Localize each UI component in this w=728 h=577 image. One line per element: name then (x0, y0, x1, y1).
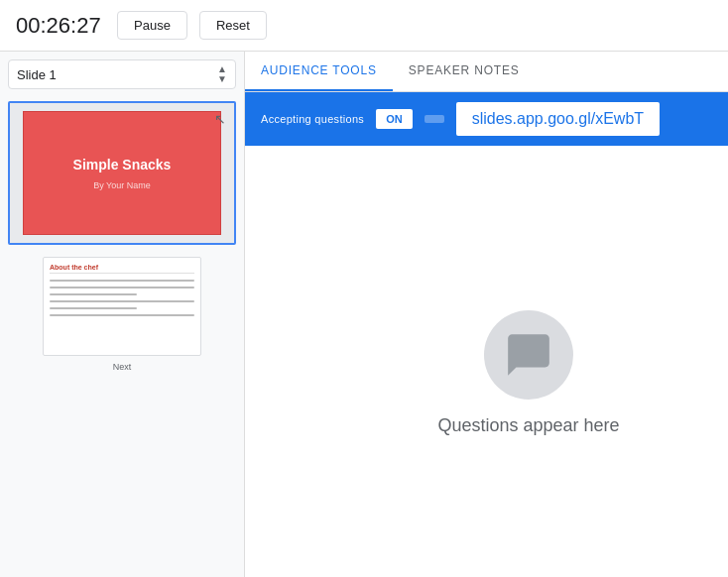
next-slide-preview[interactable]: About the chef (43, 257, 201, 356)
toggle-on-button[interactable]: ON (376, 109, 413, 129)
accepting-label: Accepting questions (261, 113, 364, 125)
slide-selector[interactable]: Slide 1 ▲ ▼ (8, 59, 236, 89)
left-panel: Slide 1 ▲ ▼ Simple Snacks By Your Name ↖ (0, 52, 245, 577)
arrow-area: ↑ (245, 146, 728, 170)
questions-content: Questions appear here (245, 170, 728, 577)
main-layout: Slide 1 ▲ ▼ Simple Snacks By Your Name ↖ (0, 52, 728, 577)
next-slide-label: Next (113, 362, 132, 372)
slide-title: Simple Snacks (73, 157, 172, 173)
slides-area: Simple Snacks By Your Name ↖ About the c… (8, 97, 236, 569)
next-slide-wrapper: About the chef Next (43, 257, 201, 372)
timer-display: 00:26:27 (16, 13, 105, 39)
chat-icon-circle (484, 310, 573, 400)
tab-speaker-notes[interactable]: SPEAKER NOTES (393, 52, 536, 91)
audience-url[interactable]: slides.app.goo.gl/xEwbT (456, 102, 660, 136)
line-3 (50, 293, 137, 295)
current-slide-content: Simple Snacks By Your Name (23, 111, 221, 235)
line-4 (50, 300, 194, 302)
next-slide-header: About the chef (50, 264, 194, 274)
reset-button[interactable]: Reset (199, 11, 267, 40)
cursor-arrow-icon: ↖ (214, 111, 226, 127)
line-2 (50, 287, 194, 288)
right-panel: AUDIENCE TOOLS SPEAKER NOTES Accepting q… (245, 52, 728, 577)
next-slide-content: About the chef (44, 258, 200, 355)
slide-selector-label: Slide 1 (17, 67, 57, 82)
chat-icon (504, 330, 553, 380)
selector-arrows: ▲ ▼ (217, 64, 227, 84)
pause-button[interactable]: Pause (117, 11, 187, 40)
line-6 (50, 314, 194, 316)
toggle-off-area[interactable] (425, 115, 444, 123)
tab-audience-tools[interactable]: AUDIENCE TOOLS (245, 52, 393, 91)
tabs-bar: AUDIENCE TOOLS SPEAKER NOTES (245, 52, 728, 92)
slide-subtitle: By Your Name (93, 180, 151, 190)
accepting-questions-bar: Accepting questions ON slides.app.goo.gl… (245, 92, 728, 146)
line-1 (50, 280, 194, 282)
line-5 (50, 307, 137, 309)
top-bar: 00:26:27 Pause Reset (0, 0, 728, 52)
questions-empty-label: Questions appear here (437, 415, 619, 436)
current-slide-preview[interactable]: Simple Snacks By Your Name ↖ (8, 101, 236, 245)
